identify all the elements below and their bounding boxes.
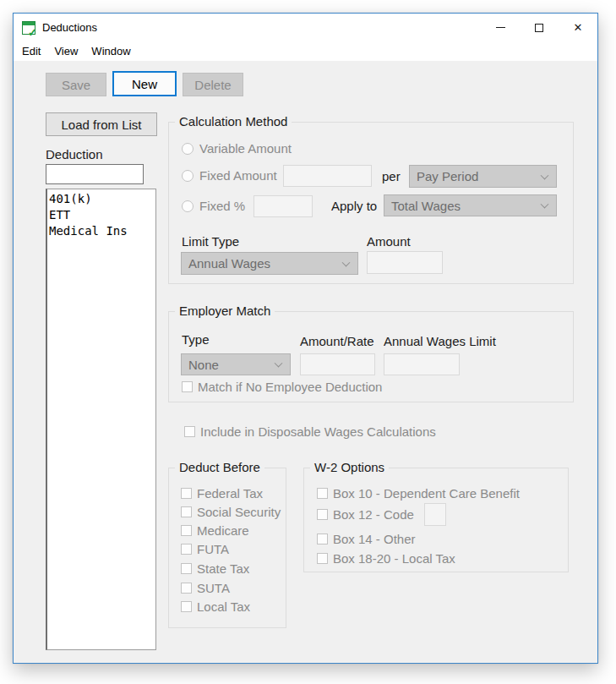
deductions-window: ✓ Deductions ✕ Edit View Window Save New… xyxy=(13,13,598,664)
medicare-checkbox[interactable]: Medicare xyxy=(181,523,249,538)
match-type-label: Type xyxy=(182,332,210,347)
employer-match-title: Employer Match xyxy=(175,304,275,318)
chevron-down-icon xyxy=(541,200,549,209)
deduction-label: Deduction xyxy=(46,147,103,161)
futa-checkbox[interactable]: FUTA xyxy=(181,542,229,556)
state-tax-checkbox[interactable]: State Tax xyxy=(181,561,249,576)
suta-checkbox[interactable]: SUTA xyxy=(181,581,230,595)
checkbox-icon xyxy=(181,544,192,555)
checkbox-icon xyxy=(181,525,192,536)
calculation-method-group: Calculation Method Variable Amount Fixed… xyxy=(168,122,574,284)
amount-rate-input[interactable] xyxy=(300,353,375,375)
radio-icon xyxy=(182,200,194,212)
checkbox-icon xyxy=(317,488,328,499)
w2-options-group: W-2 Options Box 10 - Dependent Care Bene… xyxy=(303,468,569,572)
checkbox-icon xyxy=(181,506,192,517)
deduct-before-title: Deduct Before xyxy=(175,460,264,474)
apply-to-dropdown[interactable]: Total Wages xyxy=(384,194,557,216)
checkbox-icon xyxy=(317,553,328,564)
deduction-input[interactable] xyxy=(46,164,144,184)
radio-icon xyxy=(182,170,194,182)
save-button[interactable]: Save xyxy=(46,73,106,96)
calculation-method-title: Calculation Method xyxy=(175,114,292,129)
chevron-down-icon xyxy=(541,171,549,179)
federal-tax-checkbox[interactable]: Federal Tax xyxy=(181,486,263,501)
radio-icon xyxy=(182,143,194,155)
maximize-button[interactable] xyxy=(520,14,559,41)
box12-code-input[interactable] xyxy=(424,503,446,526)
box14-checkbox[interactable]: Box 14 - Other xyxy=(317,532,416,546)
checkbox-icon xyxy=(184,426,195,437)
fixed-percent-input[interactable] xyxy=(253,195,313,217)
check-icon: ✓ xyxy=(28,27,37,38)
apply-to-label: Apply to xyxy=(331,199,377,213)
fixed-amount-input[interactable] xyxy=(283,165,372,187)
checkbox-icon xyxy=(181,488,192,499)
annual-wages-limit-input[interactable] xyxy=(384,353,460,375)
title-bar[interactable]: ✓ Deductions ✕ xyxy=(14,14,597,41)
load-from-list-button[interactable]: Load from List xyxy=(46,112,157,136)
pay-period-dropdown[interactable]: Pay Period xyxy=(409,165,557,188)
close-icon: ✕ xyxy=(574,22,583,33)
delete-button[interactable]: Delete xyxy=(183,73,243,96)
checkbox-icon xyxy=(182,381,193,392)
maximize-icon xyxy=(535,24,543,32)
new-button[interactable]: New xyxy=(112,71,177,96)
local-tax-checkbox[interactable]: Local Tax xyxy=(181,599,250,614)
limit-type-label: Limit Type xyxy=(182,234,239,249)
per-label: per xyxy=(382,169,401,183)
limit-amount-label: Amount xyxy=(367,234,411,249)
deduct-before-group: Deduct Before Federal Tax Social Securit… xyxy=(168,468,286,628)
menu-bar: Edit View Window xyxy=(14,41,597,61)
checkbox-icon xyxy=(181,563,192,574)
chevron-down-icon xyxy=(275,359,283,368)
annual-wages-limit-label: Annual Wages Limit xyxy=(384,334,496,348)
employer-match-group: Employer Match Type None Amount/Rate Ann… xyxy=(168,311,574,402)
amount-rate-label: Amount/Rate xyxy=(300,334,374,348)
checkbox-icon xyxy=(181,583,192,594)
menu-window[interactable]: Window xyxy=(84,42,137,60)
limit-amount-input[interactable] xyxy=(367,251,443,274)
box12-checkbox[interactable]: Box 12 - Code xyxy=(317,507,414,522)
w2-options-title: W-2 Options xyxy=(310,460,389,474)
minimize-icon xyxy=(496,27,505,28)
chevron-down-icon xyxy=(342,258,351,266)
deduction-listbox[interactable]: 401(k) ETT Medical Ins xyxy=(46,189,156,650)
menu-view[interactable]: View xyxy=(47,42,84,60)
window-title: Deductions xyxy=(42,21,97,34)
checkbox-icon xyxy=(317,509,328,520)
match-type-dropdown[interactable]: None xyxy=(181,353,291,375)
list-item[interactable]: ETT xyxy=(49,207,154,223)
fixed-amount-radio[interactable]: Fixed Amount xyxy=(182,168,277,183)
minimize-button[interactable] xyxy=(481,14,520,41)
variable-amount-radio[interactable]: Variable Amount xyxy=(182,141,292,156)
app-icon: ✓ xyxy=(22,21,35,35)
box10-checkbox[interactable]: Box 10 - Dependent Care Benefit xyxy=(317,486,520,501)
include-disposable-wages-checkbox[interactable]: Include in Disposable Wages Calculations xyxy=(184,424,436,439)
checkbox-icon xyxy=(317,534,328,544)
close-button[interactable]: ✕ xyxy=(559,14,597,41)
list-item[interactable]: 401(k) xyxy=(49,191,154,207)
match-if-no-deduction-checkbox[interactable]: Match if No Employee Deduction xyxy=(182,380,382,394)
fixed-percent-radio[interactable]: Fixed % xyxy=(182,199,245,213)
menu-edit[interactable]: Edit xyxy=(15,42,47,60)
list-item[interactable]: Medical Ins xyxy=(49,223,154,239)
limit-type-dropdown[interactable]: Annual Wages xyxy=(181,252,358,275)
checkbox-icon xyxy=(181,601,192,612)
social-security-checkbox[interactable]: Social Security xyxy=(181,505,281,519)
box18-20-checkbox[interactable]: Box 18-20 - Local Tax xyxy=(317,551,455,566)
